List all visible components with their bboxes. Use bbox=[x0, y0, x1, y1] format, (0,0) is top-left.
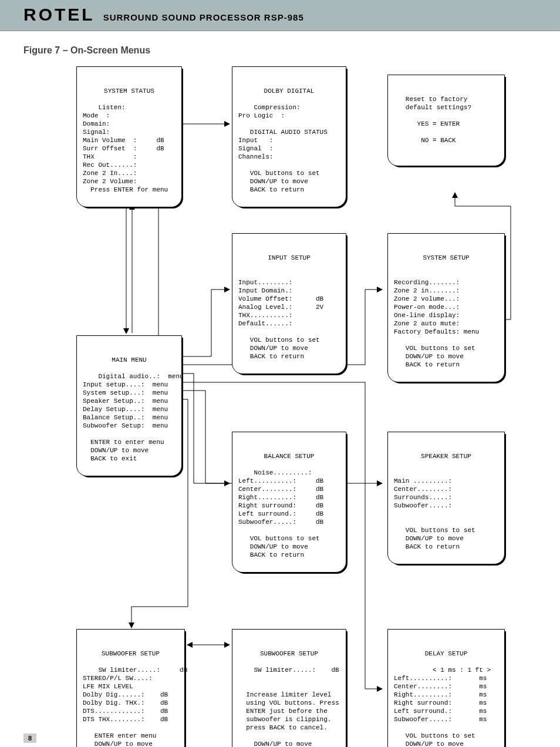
menu-body: Input........: Input Domain.: Volume Off… bbox=[238, 279, 323, 360]
menu-main: MAIN MENU Digital audio..: menu Input se… bbox=[76, 335, 182, 476]
menu-body: Main .........: Center........: Surround… bbox=[394, 477, 475, 550]
menu-title: INPUT SETUP bbox=[238, 254, 340, 262]
figure-title: Figure 7 – On-Screen Menus bbox=[23, 45, 537, 56]
menu-title: SYSTEM STATUS bbox=[83, 87, 176, 95]
menu-title: SPEAKER SETUP bbox=[394, 452, 498, 460]
menu-body: Compression: Pro Logic : DIGITAL AUDIO S… bbox=[238, 104, 328, 193]
menu-body: Recording.......: Zone 2 in.......: Zone… bbox=[394, 279, 479, 368]
menu-input-setup: INPUT SETUP Input........: Input Domain.… bbox=[232, 233, 346, 374]
menu-title: BALANCE SETUP bbox=[238, 452, 340, 460]
brand-logo: ROTEL bbox=[23, 5, 95, 25]
menu-body: SW limiter.....: dB STEREO/P/L SW....: L… bbox=[83, 667, 187, 747]
menu-title: DOLBY DIGITAL bbox=[238, 87, 340, 95]
menu-title: DELAY SETUP bbox=[394, 650, 498, 658]
page-number: 8 bbox=[23, 733, 36, 743]
menu-title: SUBWOOFER SETUP bbox=[238, 650, 340, 658]
menu-body: Reset to factory default settings? YES =… bbox=[394, 96, 471, 144]
menu-body: Noise.........: Left..........: dB Cente… bbox=[238, 469, 323, 558]
menu-system-status: SYSTEM STATUS Listen: Mode : Domain: Sig… bbox=[76, 66, 182, 207]
menu-system-setup: SYSTEM SETUP Recording.......: Zone 2 in… bbox=[387, 233, 505, 382]
header-bar: ROTEL SURROUND SOUND PROCESSOR RSP-985 bbox=[0, 0, 560, 31]
menu-dolby-digital: DOLBY DIGITAL Compression: Pro Logic : D… bbox=[232, 66, 346, 207]
menu-body: SW limiter.....: dB Increase limiter lev… bbox=[238, 667, 339, 747]
diagram-canvas: SYSTEM STATUS Listen: Mode : Domain: Sig… bbox=[0, 66, 560, 747]
menu-body: Digital audio..: menu Input setup....: m… bbox=[83, 373, 184, 462]
menu-subwoofer-a: SUBWOOFER SETUP SW limiter.....: dB STER… bbox=[76, 629, 185, 747]
menu-title: SUBWOOFER SETUP bbox=[83, 650, 178, 658]
menu-title: SYSTEM SETUP bbox=[394, 254, 498, 262]
menu-body: Listen: Mode : Domain: Signal: Main Volu… bbox=[83, 104, 168, 193]
menu-title: MAIN MENU bbox=[83, 356, 176, 364]
menu-balance-setup: BALANCE SETUP Noise.........: Left......… bbox=[232, 432, 346, 573]
menu-reset: Reset to factory default settings? YES =… bbox=[387, 75, 505, 166]
product-subtitle: SURROUND SOUND PROCESSOR RSP-985 bbox=[103, 12, 304, 22]
menu-speaker-setup: SPEAKER SETUP Main .........: Center....… bbox=[387, 432, 505, 564]
menu-subwoofer-b: SUBWOOFER SETUP SW limiter.....: dB Incr… bbox=[232, 629, 346, 747]
menu-body: < 1 ms : 1 ft > Left..........: ms Cente… bbox=[394, 667, 491, 747]
menu-delay-setup: DELAY SETUP < 1 ms : 1 ft > Left........… bbox=[387, 629, 505, 747]
